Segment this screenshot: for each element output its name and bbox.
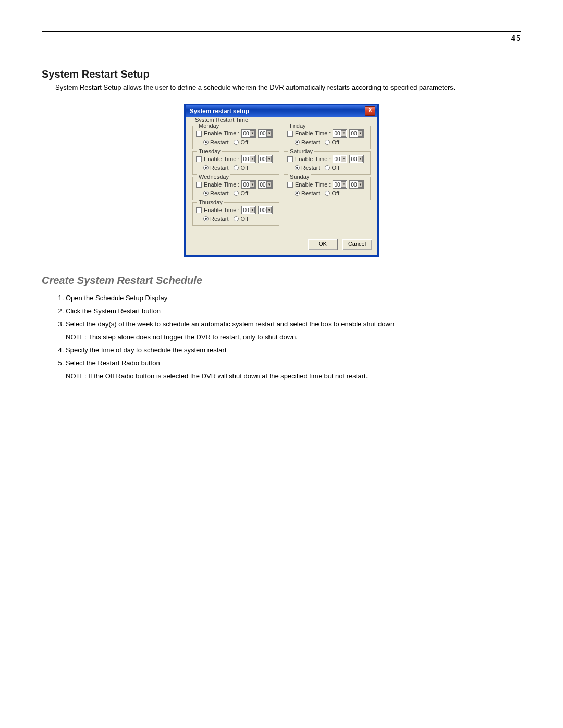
top-rule <box>42 31 521 32</box>
enable-checkbox[interactable] <box>196 182 202 188</box>
chevron-down-icon: ▼ <box>341 156 346 162</box>
chevron-down-icon: ▼ <box>358 181 363 188</box>
chevron-down-icon: ▼ <box>358 130 363 137</box>
day-label: Thursday <box>197 199 224 205</box>
ok-button[interactable]: OK <box>308 239 338 250</box>
hour-select[interactable]: 00▼ <box>333 155 347 163</box>
minute-select[interactable]: 00▼ <box>349 180 364 189</box>
enable-checkbox[interactable] <box>196 207 202 213</box>
chevron-down-icon: ▼ <box>250 181 255 188</box>
time-label: Time : <box>224 181 239 188</box>
enable-label: Enable <box>204 130 222 137</box>
day-label: Sunday <box>288 174 311 180</box>
section-heading: System Restart Setup <box>42 68 521 80</box>
off-label: Off <box>240 165 248 171</box>
restart-radio[interactable] <box>295 140 300 145</box>
hour-select[interactable]: 00▼ <box>241 129 256 138</box>
dialog-button-row: OK Cancel <box>186 235 377 255</box>
section-intro: System Restart Setup allows the user to … <box>55 83 521 91</box>
restart-label: Restart <box>301 165 320 171</box>
enable-checkbox[interactable] <box>196 131 202 137</box>
enable-label: Enable <box>295 156 313 162</box>
dialog-figure: System restart setup X System Restart Ti… <box>42 104 521 257</box>
off-radio[interactable] <box>234 191 239 196</box>
day-label: Saturday <box>288 148 314 154</box>
time-label: Time : <box>224 130 239 137</box>
restart-radio[interactable] <box>203 165 209 170</box>
minute-select[interactable]: 00▼ <box>258 129 273 138</box>
restart-radio[interactable] <box>203 216 209 221</box>
day-group-tuesday: Tuesday Enable Time : 00▼ 00▼ Restart Of… <box>192 151 279 175</box>
day-label: Tuesday <box>197 148 222 154</box>
time-label: Time : <box>315 130 331 137</box>
dialog-titlebar: System restart setup X <box>186 105 377 117</box>
chevron-down-icon: ▼ <box>250 207 255 213</box>
hour-select[interactable]: 00▼ <box>241 206 256 214</box>
time-label: Time : <box>315 181 331 188</box>
restart-radio[interactable] <box>295 191 300 196</box>
enable-checkbox[interactable] <box>287 156 293 162</box>
left-column: Monday Enable Time : 00▼ 00▼ Restart Off <box>192 124 279 227</box>
day-group-wednesday: Wednesday Enable Time : 00▼ 00▼ Restart … <box>192 177 279 200</box>
day-group-friday: Friday Enable Time : 00▼ 00▼ Restart Off <box>284 126 371 149</box>
minute-select[interactable]: 00▼ <box>349 129 364 138</box>
cancel-button[interactable]: Cancel <box>342 239 372 250</box>
enable-checkbox[interactable] <box>287 131 293 137</box>
restart-label: Restart <box>301 139 320 145</box>
off-radio[interactable] <box>325 165 330 170</box>
time-label: Time : <box>315 156 331 162</box>
subsection-heading: Create System Restart Schedule <box>42 275 521 287</box>
dialog-title: System restart setup <box>190 108 249 114</box>
step-1: Open the Schedule Setup Display <box>66 294 521 302</box>
off-label: Off <box>240 139 248 145</box>
day-group-thursday: Thursday Enable Time : 00▼ 00▼ Restart O… <box>192 202 279 226</box>
off-label: Off <box>240 216 248 222</box>
note-1: NOTE: This step alone does not trigger t… <box>66 333 521 341</box>
restart-label: Restart <box>210 139 228 145</box>
restart-radio[interactable] <box>203 140 209 145</box>
off-radio[interactable] <box>234 216 239 221</box>
day-label: Wednesday <box>197 174 230 180</box>
restart-radio[interactable] <box>295 165 300 170</box>
hour-select[interactable]: 00▼ <box>333 129 347 138</box>
chevron-down-icon: ▼ <box>266 181 272 188</box>
minute-select[interactable]: 00▼ <box>258 180 273 189</box>
time-label: Time : <box>224 156 239 162</box>
enable-checkbox[interactable] <box>196 156 202 162</box>
hour-select[interactable]: 00▼ <box>333 180 347 189</box>
enable-checkbox[interactable] <box>287 182 293 188</box>
minute-select[interactable]: 00▼ <box>258 206 273 214</box>
step-5: Select the Restart Radio button <box>66 359 521 367</box>
day-group-saturday: Saturday Enable Time : 00▼ 00▼ Restart O… <box>284 151 371 175</box>
restart-label: Restart <box>301 190 320 196</box>
chevron-down-icon: ▼ <box>341 181 346 188</box>
off-radio[interactable] <box>325 191 330 196</box>
chevron-down-icon: ▼ <box>266 156 272 162</box>
chevron-down-icon: ▼ <box>266 130 272 137</box>
chevron-down-icon: ▼ <box>341 130 346 137</box>
day-group-monday: Monday Enable Time : 00▼ 00▼ Restart Off <box>192 126 279 149</box>
off-radio[interactable] <box>234 165 239 170</box>
restart-radio[interactable] <box>203 191 209 196</box>
restart-label: Restart <box>210 165 228 171</box>
off-radio[interactable] <box>234 140 239 145</box>
hour-select[interactable]: 00▼ <box>241 180 256 189</box>
step-3: Select the day(s) of the week to schedul… <box>66 320 521 328</box>
chevron-down-icon: ▼ <box>250 130 255 137</box>
time-label: Time : <box>224 207 239 213</box>
enable-label: Enable <box>204 181 222 188</box>
off-radio[interactable] <box>325 140 330 145</box>
system-restart-setup-dialog: System restart setup X System Restart Ti… <box>184 104 379 257</box>
close-button[interactable]: X <box>365 106 375 116</box>
chevron-down-icon: ▼ <box>358 156 363 162</box>
hour-select[interactable]: 00▼ <box>241 155 256 163</box>
enable-label: Enable <box>204 207 222 213</box>
enable-label: Enable <box>295 181 313 188</box>
off-label: Off <box>332 139 339 145</box>
restart-label: Restart <box>210 190 228 196</box>
step-4: Specify the time of day to schedule the … <box>66 346 521 354</box>
minute-select[interactable]: 00▼ <box>349 155 364 163</box>
minute-select[interactable]: 00▼ <box>258 155 273 163</box>
note-2: NOTE: If the Off Radio button is selecte… <box>66 372 521 380</box>
day-group-sunday: Sunday Enable Time : 00▼ 00▼ Restart Off <box>284 177 371 200</box>
